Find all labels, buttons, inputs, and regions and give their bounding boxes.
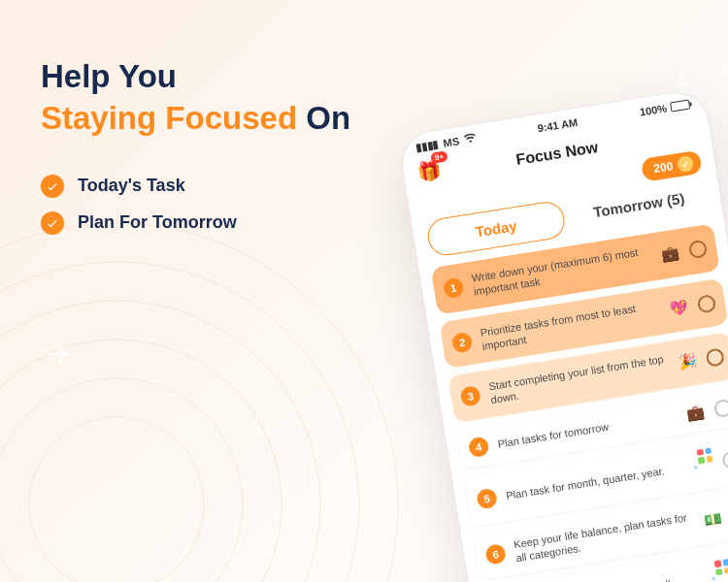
- task-list: 1Write down your (maximum 6) most import…: [417, 212, 728, 582]
- check-icon: [41, 175, 64, 198]
- briefcase-icon: 💼: [660, 243, 681, 264]
- bullet-label: Today's Task: [78, 176, 185, 196]
- task-checkbox[interactable]: [713, 398, 728, 418]
- check-icon: [41, 211, 64, 235]
- svg-point-5: [0, 223, 398, 582]
- apps-icon: +: [714, 559, 728, 582]
- task-text: Start completing your list from the top …: [487, 351, 671, 406]
- task-number: 5: [476, 488, 498, 510]
- task-number: 3: [460, 386, 482, 408]
- task-checkbox[interactable]: [721, 450, 728, 470]
- marketing-copy: Help You Staying Focused On Today's Task…: [41, 56, 410, 248]
- task-number: 6: [484, 543, 507, 566]
- task-number: 1: [443, 277, 465, 300]
- task-number: 2: [451, 332, 474, 354]
- bullet-label: Plan For Tomorrow: [78, 212, 237, 233]
- battery-icon: [670, 100, 690, 113]
- headline: Help You Staying Focused On: [41, 56, 410, 140]
- bullet-item: Plan For Tomorrow: [41, 211, 410, 235]
- svg-point-4: [0, 262, 359, 582]
- task-checkbox[interactable]: [706, 348, 726, 369]
- headline-accent: Staying Focused: [41, 100, 297, 136]
- headline-rest: On: [306, 100, 350, 136]
- task-checkbox[interactable]: [697, 294, 717, 314]
- bg-arcs: [0, 213, 408, 582]
- apps-icon: +: [696, 447, 715, 480]
- coin-icon: ✓: [677, 155, 694, 173]
- task-number: 4: [468, 436, 490, 458]
- carrier-label: MS: [443, 135, 460, 148]
- battery-percent: 100%: [639, 102, 668, 117]
- headline-line1: Help You: [41, 58, 177, 94]
- bullet-list: Today's Task Plan For Tomorrow: [41, 175, 410, 235]
- task-text: Keep your life balance, plan tasks for a…: [513, 509, 696, 565]
- task-text: Plan tasks for tomorrow: [497, 408, 678, 450]
- gift-button[interactable]: 🎁 9+: [415, 157, 443, 184]
- svg-point-0: [29, 417, 204, 582]
- money-icon: 💵: [703, 510, 724, 531]
- task-checkbox[interactable]: [688, 240, 709, 260]
- task-text: Write down your (maximum 6) most importa…: [471, 243, 654, 299]
- task-text: Perseverance will be rewarded!: [522, 571, 708, 582]
- party-icon: 🎉: [678, 352, 699, 372]
- task-text: Plan task for month, quarter, year.: [505, 460, 690, 502]
- svg-point-3: [0, 301, 320, 582]
- heart-icon: 💖: [669, 298, 690, 318]
- svg-point-2: [0, 340, 281, 582]
- phone-mockup: ▮▮▮▮ MS 9:41 AM 100% 🎁 9+ Focus Now 200 …: [397, 87, 728, 582]
- task-text: Prioritize tasks from most to least impo…: [480, 298, 663, 353]
- briefcase-icon: 💼: [685, 403, 707, 423]
- svg-point-1: [0, 378, 243, 582]
- bullet-item: Today's Task: [41, 175, 410, 198]
- sparkle-icon: [47, 340, 76, 369]
- points-value: 200: [652, 159, 674, 176]
